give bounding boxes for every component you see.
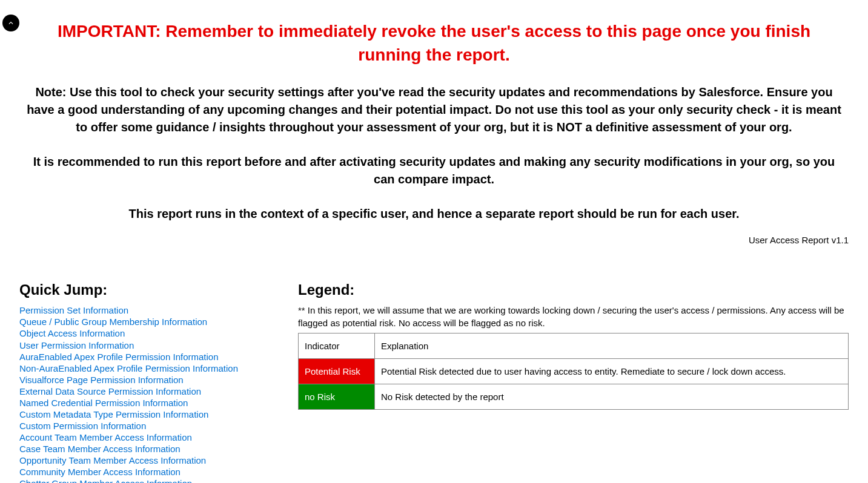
quick-jump-link-custom-permission[interactable]: Custom Permission Information xyxy=(19,421,146,431)
quick-jump-item: Opportunity Team Member Access Informati… xyxy=(19,455,298,466)
chevron-up-icon xyxy=(7,19,15,27)
legend-row-potential-risk: Potential Risk Potential Risk detected d… xyxy=(299,358,849,384)
quick-jump-heading: Quick Jump: xyxy=(19,281,298,298)
quick-jump-section: Quick Jump: Permission Set Information Q… xyxy=(19,281,298,483)
quick-jump-item: Queue / Public Group Membership Informat… xyxy=(19,316,298,327)
usage-note: Note: Use this tool to check your securi… xyxy=(19,84,849,136)
scroll-to-top-button[interactable] xyxy=(2,15,19,31)
legend-indicator-no-risk: no Risk xyxy=(299,384,375,409)
quick-jump-item: Non-AuraEnabled Apex Profile Permission … xyxy=(19,363,298,374)
quick-jump-link-community-member[interactable]: Community Member Access Information xyxy=(19,467,181,477)
legend-header-explanation: Explanation xyxy=(375,333,849,358)
legend-heading: Legend: xyxy=(298,281,849,298)
quick-jump-item: Case Team Member Access Information xyxy=(19,443,298,455)
quick-jump-link-permission-set[interactable]: Permission Set Information xyxy=(19,305,128,315)
quick-jump-item: User Permission Information xyxy=(19,340,298,351)
quick-jump-item: External Data Source Permission Informat… xyxy=(19,386,298,397)
main-columns: Quick Jump: Permission Set Information Q… xyxy=(0,281,868,483)
quick-jump-link-chatter-group[interactable]: Chatter Group Member Access Information xyxy=(19,478,192,483)
quick-jump-link-non-auraenabled-apex[interactable]: Non-AuraEnabled Apex Profile Permission … xyxy=(19,363,238,373)
quick-jump-item: Chatter Group Member Access Information xyxy=(19,478,298,483)
legend-explanation-potential-risk: Potential Risk detected due to user havi… xyxy=(375,358,849,384)
quick-jump-link-auraenabled-apex[interactable]: AuraEnabled Apex Profile Permission Info… xyxy=(19,352,219,362)
quick-jump-link-account-team[interactable]: Account Team Member Access Information xyxy=(19,432,192,442)
quick-jump-link-object-access[interactable]: Object Access Information xyxy=(19,328,125,338)
quick-jump-item: Object Access Information xyxy=(19,327,298,339)
quick-jump-item: Permission Set Information xyxy=(19,304,298,316)
quick-jump-item: Named Credential Permission Information xyxy=(19,397,298,409)
quick-jump-link-custom-metadata-type[interactable]: Custom Metadata Type Permission Informat… xyxy=(19,409,208,419)
quick-jump-link-opportunity-team[interactable]: Opportunity Team Member Access Informati… xyxy=(19,455,206,465)
recommendation-text: It is recommended to run this report bef… xyxy=(19,153,849,188)
legend-header-indicator: Indicator xyxy=(299,333,375,358)
quick-jump-link-visualforce-page[interactable]: Visualforce Page Permission Information xyxy=(19,375,184,385)
legend-header-row: Indicator Explanation xyxy=(299,333,849,358)
quick-jump-link-case-team[interactable]: Case Team Member Access Information xyxy=(19,444,181,454)
quick-jump-link-user-permission[interactable]: User Permission Information xyxy=(19,340,134,350)
legend-table: Indicator Explanation Potential Risk Pot… xyxy=(298,333,849,410)
quick-jump-link-external-data-source[interactable]: External Data Source Permission Informat… xyxy=(19,386,201,396)
important-warning: IMPORTANT: Remember to immediately revok… xyxy=(19,19,849,67)
context-text: This report runs in the context of a spe… xyxy=(19,205,849,223)
quick-jump-item: Custom Metadata Type Permission Informat… xyxy=(19,409,298,420)
quick-jump-list: Permission Set Information Queue / Publi… xyxy=(19,304,298,483)
legend-indicator-potential-risk: Potential Risk xyxy=(299,358,375,384)
version-label: User Access Report v1.1 xyxy=(19,235,849,245)
quick-jump-item: Account Team Member Access Information xyxy=(19,432,298,443)
quick-jump-item: AuraEnabled Apex Profile Permission Info… xyxy=(19,351,298,363)
header-section: IMPORTANT: Remember to immediately revok… xyxy=(0,0,868,245)
legend-section: Legend: ** In this report, we will assum… xyxy=(298,281,849,483)
legend-note: ** In this report, we will assume that w… xyxy=(298,304,849,329)
quick-jump-item: Visualforce Page Permission Information xyxy=(19,374,298,386)
quick-jump-link-named-credential[interactable]: Named Credential Permission Information xyxy=(19,398,188,408)
quick-jump-item: Community Member Access Information xyxy=(19,466,298,478)
legend-explanation-no-risk: No Risk detected by the report xyxy=(375,384,849,409)
quick-jump-link-queue-group[interactable]: Queue / Public Group Membership Informat… xyxy=(19,317,207,327)
legend-row-no-risk: no Risk No Risk detected by the report xyxy=(299,384,849,409)
quick-jump-item: Custom Permission Information xyxy=(19,420,298,432)
